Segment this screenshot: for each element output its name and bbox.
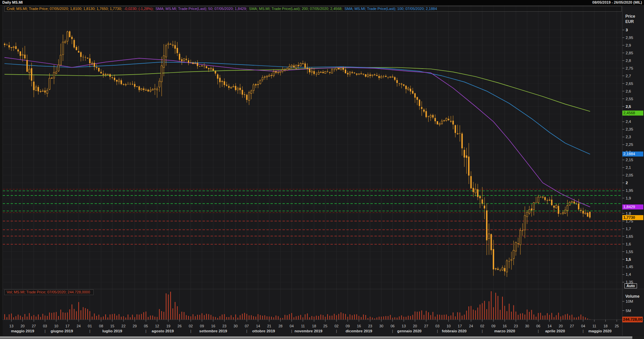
svg-text:agosto 2019: agosto 2019	[152, 329, 174, 333]
svg-text:|: |	[89, 329, 90, 333]
svg-text:gennaio 2020: gennaio 2020	[397, 329, 421, 333]
svg-text:5M: 5M	[626, 309, 631, 313]
svg-text:1,7: 1,7	[626, 227, 631, 231]
svg-text:aprile 2020: aprile 2020	[545, 329, 565, 333]
svg-text:|: |	[146, 329, 147, 333]
sma50-badge: 1,8429	[622, 204, 643, 209]
price-axis-title-1: Price	[625, 14, 635, 19]
svg-text:3: 3	[626, 28, 628, 32]
svg-text:|: |	[583, 329, 584, 333]
svg-text:1,55: 1,55	[626, 250, 633, 254]
price-chart-svg[interactable]: 1320270310172401081522290512192602091623…	[0, 0, 644, 339]
svg-text:16: 16	[503, 324, 507, 328]
svg-text:10: 10	[54, 324, 58, 328]
svg-text:22: 22	[122, 324, 126, 328]
svg-text:18: 18	[603, 324, 607, 328]
svg-text:20: 20	[559, 324, 563, 328]
svg-text:24: 24	[77, 324, 81, 328]
svg-text:02: 02	[189, 324, 193, 328]
svg-text:05: 05	[144, 324, 148, 328]
legend-segment: SMA; MS.MI; Trade Price(Last); 50; 07/05…	[156, 7, 247, 11]
svg-text:febbraio 2020: febbraio 2020	[442, 329, 466, 333]
svg-text:2,4: 2,4	[626, 120, 631, 124]
svg-text:1,45: 1,45	[626, 265, 633, 269]
svg-text:2,5: 2,5	[626, 105, 631, 109]
volume-axis-title: Volume	[625, 294, 639, 299]
svg-text:23: 23	[368, 324, 372, 328]
svg-text:2,25: 2,25	[626, 143, 633, 147]
svg-text:03: 03	[43, 324, 47, 328]
svg-text:13: 13	[9, 324, 13, 328]
svg-text:|: |	[482, 329, 483, 333]
svg-text:25: 25	[323, 324, 327, 328]
charting-application: { "window": { "title": "Daily MS.MI", "r…	[0, 0, 644, 339]
svg-text:2,85: 2,85	[626, 51, 633, 55]
auto-scale-button[interactable]: Auto	[624, 283, 637, 288]
svg-text:30: 30	[525, 324, 529, 328]
volume-legend-text: Vol; MS.MI; Trade Price; 07/05/2020; 244…	[7, 290, 90, 294]
svg-text:novembre 2019: novembre 2019	[295, 329, 322, 333]
legend-segment: -0,0230; (-1,28%);	[124, 7, 154, 11]
svg-text:1,95: 1,95	[626, 188, 633, 192]
svg-text:02: 02	[334, 324, 338, 328]
svg-text:2,8: 2,8	[626, 59, 631, 63]
svg-text:03: 03	[435, 324, 439, 328]
svg-text:1,65: 1,65	[626, 234, 633, 238]
svg-text:2,9: 2,9	[626, 43, 631, 47]
svg-text:10: 10	[446, 324, 450, 328]
price-legend: Cndl; MS.MI; Trade Price; 07/05/2020; 1,…	[4, 6, 622, 12]
svg-text:04: 04	[581, 324, 585, 328]
svg-text:30: 30	[379, 324, 383, 328]
svg-text:giugno 2019: giugno 2019	[51, 329, 73, 333]
svg-text:settembre 2019: settembre 2019	[199, 329, 227, 333]
svg-text:29: 29	[133, 324, 137, 328]
legend-segment: SMA; MS.MI; Trade Price(Last); 200; 07/0…	[249, 7, 342, 11]
svg-text:2,65: 2,65	[626, 82, 633, 86]
svg-text:09: 09	[346, 324, 350, 328]
scrollbar-thumb[interactable]	[0, 336, 632, 339]
svg-text:2,05: 2,05	[626, 173, 633, 177]
svg-text:27: 27	[570, 324, 574, 328]
svg-text:|: |	[246, 329, 247, 333]
svg-text:1,5: 1,5	[626, 257, 631, 261]
svg-text:2,35: 2,35	[626, 127, 633, 131]
svg-text:|: |	[336, 329, 337, 333]
date-range-label: 08/05/2019 - 26/05/2020 (MIL)	[592, 0, 642, 4]
svg-text:13: 13	[402, 324, 406, 328]
svg-text:27: 27	[32, 324, 36, 328]
svg-text:30: 30	[234, 324, 238, 328]
chart-area[interactable]: 1320270310172401081522290512192602091623…	[0, 0, 644, 339]
svg-text:26: 26	[178, 324, 182, 328]
svg-text:19: 19	[166, 324, 170, 328]
svg-text:maggio 2020: maggio 2020	[588, 329, 612, 333]
horizontal-scrollbar[interactable]	[0, 336, 644, 339]
svg-text:2,3: 2,3	[626, 135, 631, 139]
svg-text:|: |	[45, 329, 46, 333]
svg-text:17: 17	[458, 324, 462, 328]
svg-text:20: 20	[21, 324, 25, 328]
svg-text:ottobre 2019: ottobre 2019	[252, 329, 275, 333]
svg-text:18: 18	[312, 324, 316, 328]
sma200-badge: 2,4568	[622, 111, 643, 116]
svg-text:2,95: 2,95	[626, 36, 633, 40]
svg-text:marzo 2020: marzo 2020	[494, 329, 515, 333]
svg-text:27: 27	[424, 324, 428, 328]
svg-text:maggio 2019: maggio 2019	[11, 329, 34, 333]
svg-text:04: 04	[290, 324, 294, 328]
svg-text:|: |	[190, 329, 191, 333]
svg-text:luglio 2019: luglio 2019	[102, 329, 122, 333]
svg-text:2,7: 2,7	[626, 74, 631, 78]
svg-text:2,1: 2,1	[626, 166, 631, 170]
svg-text:07: 07	[245, 324, 249, 328]
volume-badge: 244.728,00	[622, 317, 643, 322]
svg-text:01: 01	[88, 324, 92, 328]
svg-text:20: 20	[413, 324, 417, 328]
svg-text:2,6: 2,6	[626, 89, 631, 93]
svg-text:1,6: 1,6	[626, 242, 631, 246]
svg-text:|: |	[437, 329, 438, 333]
svg-text:2,75: 2,75	[626, 66, 633, 70]
svg-text:14: 14	[256, 324, 260, 328]
last-price-badge: 1,7730	[622, 215, 643, 220]
svg-text:17: 17	[65, 324, 69, 328]
price-axis-title-2: EUR	[625, 19, 634, 24]
